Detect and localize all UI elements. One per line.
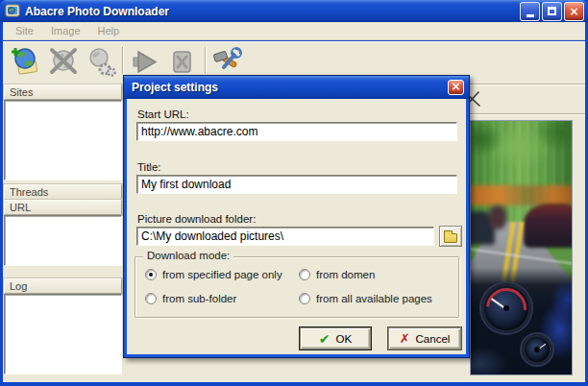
- close-button[interactable]: ×: [564, 2, 584, 21]
- radio-button[interactable]: [299, 269, 310, 280]
- photo-preview: [470, 120, 573, 375]
- check-icon: ✔: [319, 331, 331, 347]
- titlebar[interactable]: Abacre Photo Downloader ×: [0, 0, 588, 22]
- start-download-icon: [130, 46, 160, 77]
- url-panel-header: URL: [4, 200, 122, 215]
- title-input[interactable]: [136, 175, 457, 194]
- app-window: Abacre Photo Downloader × Site Image Hel…: [0, 0, 588, 386]
- start-url-label: Start URL:: [137, 109, 189, 120]
- maximize-button[interactable]: [542, 2, 562, 21]
- x-mark-icon: ✗: [400, 331, 410, 346]
- radio-from-domen[interactable]: from domen: [299, 269, 453, 280]
- menu-help[interactable]: Help: [89, 23, 129, 38]
- title-label: Title:: [137, 161, 161, 173]
- threads-panel-header: Threads: [4, 184, 122, 200]
- download-folder-label: Picture download folder:: [137, 213, 256, 225]
- toolbar-separator: [122, 47, 124, 74]
- photo-speedometer: [481, 283, 531, 333]
- site-properties-button[interactable]: [85, 45, 117, 78]
- browse-folder-button[interactable]: [439, 226, 462, 247]
- download-folder-input[interactable]: [136, 227, 434, 246]
- photo-car: [524, 204, 573, 248]
- tools-options-button[interactable]: [210, 45, 243, 78]
- radio-button[interactable]: [145, 293, 157, 304]
- start-download-button[interactable]: [129, 45, 161, 78]
- site-properties-icon: [86, 46, 116, 77]
- radio-button[interactable]: [299, 293, 310, 304]
- delete-site-button[interactable]: [47, 45, 80, 78]
- radio-button[interactable]: [145, 269, 157, 280]
- photo-car: [489, 205, 506, 229]
- radio-from-sub-folder[interactable]: from sub-folder: [145, 293, 299, 304]
- radio-from-specified-page-only[interactable]: from specified page only: [145, 269, 299, 280]
- download-mode-legend: Download mode:: [143, 250, 233, 261]
- folder-icon: [444, 233, 457, 243]
- dialog-titlebar[interactable]: Project settings ×: [124, 76, 469, 99]
- minimize-icon: [527, 14, 534, 17]
- add-site-icon: [10, 46, 40, 77]
- dialog-title: Project settings: [132, 81, 448, 94]
- window-title: Abacre Photo Downloader: [25, 5, 520, 18]
- app-icon: [5, 3, 20, 20]
- url-list[interactable]: [4, 215, 122, 266]
- tools-options-icon: [211, 46, 242, 77]
- log-panel-header: Log: [4, 278, 122, 294]
- menu-image[interactable]: Image: [42, 23, 89, 38]
- radio-from-all-available-pages[interactable]: from all available pages: [299, 293, 453, 304]
- menu-site[interactable]: Site: [7, 23, 42, 38]
- dialog-close-button[interactable]: ×: [448, 80, 464, 95]
- add-site-button[interactable]: [9, 45, 41, 78]
- project-settings-dialog: Project settings × Start URL: Title: Pic…: [123, 75, 470, 358]
- toolbar: [3, 41, 585, 79]
- photo-tachometer: [522, 334, 552, 365]
- toolbar-separator: [205, 47, 207, 74]
- minimize-button[interactable]: [520, 2, 540, 21]
- stop-download-button[interactable]: [165, 45, 198, 78]
- stop-download-icon: [166, 46, 197, 77]
- ok-button[interactable]: ✔ OK: [300, 327, 371, 350]
- start-url-input[interactable]: [136, 122, 457, 141]
- cancel-button[interactable]: ✗ Cancel: [388, 327, 461, 350]
- download-mode-groupbox: Download mode: from specified page only …: [135, 256, 459, 318]
- sites-list[interactable]: [4, 100, 122, 181]
- sites-panel-header: Sites: [4, 84, 122, 100]
- log-list[interactable]: [4, 294, 122, 374]
- delete-site-icon: [48, 46, 79, 77]
- maximize-icon: [548, 7, 556, 15]
- menubar: Site Image Help: [3, 22, 585, 40]
